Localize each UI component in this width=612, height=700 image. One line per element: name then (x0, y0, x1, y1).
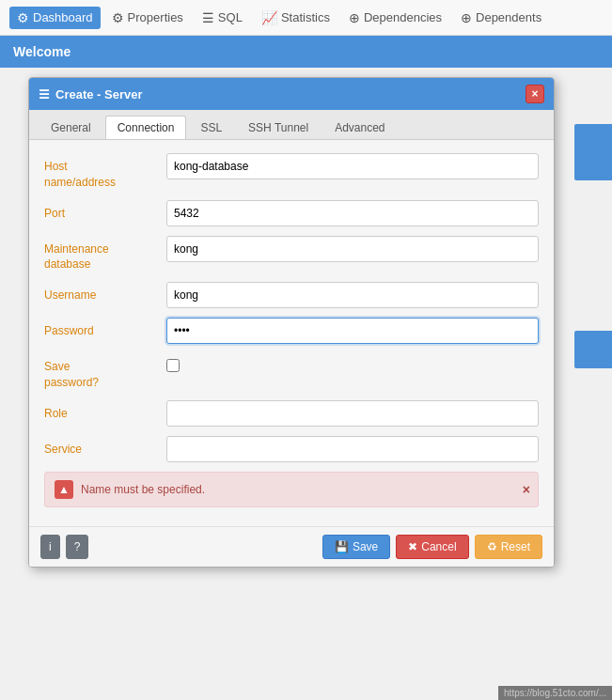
server-icon: ☰ (39, 87, 50, 101)
footer-right-buttons: 💾 Save ✖ Cancel ♻ Reset (322, 535, 542, 559)
nav-sql[interactable]: ☰ SQL (195, 7, 250, 29)
service-label: Service (44, 436, 166, 458)
cancel-icon: ✖ (408, 540, 417, 553)
url-bar: https://blog.51cto.com/... (498, 686, 612, 700)
save-password-checkbox[interactable] (166, 359, 180, 372)
port-label: Port (44, 200, 166, 222)
password-row: Password (44, 318, 539, 344)
dialog-title: ☰ Create - Server (39, 87, 143, 101)
help-button[interactable]: ? (66, 535, 89, 559)
error-icon: ▲ (55, 480, 73, 499)
username-row: Username (44, 282, 539, 308)
maintenance-db-row: Maintenancedatabase (44, 236, 539, 273)
nav-dependents[interactable]: ⊕ Dependents (453, 7, 549, 29)
host-row: Hostname/address (44, 153, 539, 191)
error-message: Name must be specified. (81, 483, 205, 496)
footer-left-buttons: i ? (40, 535, 88, 559)
dependents-icon: ⊕ (461, 10, 472, 25)
create-server-dialog: ☰ Create - Server × General Connection S… (28, 77, 555, 568)
tab-general[interactable]: General (39, 116, 103, 139)
dialog-footer: i ? 💾 Save ✖ Cancel ♻ Reset (29, 526, 554, 567)
dialog-titlebar: ☰ Create - Server × (29, 78, 554, 110)
save-icon: 💾 (335, 540, 349, 553)
tab-ssh-tunnel[interactable]: SSH Tunnel (236, 116, 321, 139)
maintenance-db-input[interactable] (166, 236, 539, 262)
reset-button[interactable]: ♻ Reset (475, 535, 542, 559)
password-label: Password (44, 318, 166, 339)
top-nav: ⚙ Dashboard ⚙ Properties ☰ SQL 📈 Statist… (0, 0, 612, 36)
info-button[interactable]: i (40, 535, 60, 559)
dashboard-icon: ⚙ (17, 10, 29, 25)
reset-icon: ♻ (487, 540, 497, 553)
nav-properties[interactable]: ⚙ Properties (104, 7, 191, 29)
tab-advanced[interactable]: Advanced (322, 116, 397, 139)
side-accent-bar-2 (574, 331, 612, 368)
dialog-form-body: Hostname/address Port Maintenancedatabas… (29, 140, 554, 526)
properties-icon: ⚙ (112, 10, 124, 25)
nav-statistics[interactable]: 📈 Statistics (254, 7, 337, 29)
sql-icon: ☰ (202, 10, 214, 25)
role-row: Role (44, 400, 539, 427)
port-row: Port (44, 200, 539, 226)
service-input[interactable] (166, 436, 539, 462)
dialog-close-button[interactable]: × (526, 85, 544, 103)
cancel-button[interactable]: ✖ Cancel (396, 535, 468, 559)
error-bar: ▲ Name must be specified. × (44, 472, 539, 507)
bg-content: ☰ Create - Server × General Connection S… (0, 68, 612, 700)
nav-dependencies[interactable]: ⊕ Dependencies (341, 7, 449, 29)
host-input[interactable] (166, 153, 539, 179)
maintenance-db-label: Maintenancedatabase (44, 236, 166, 273)
save-password-row: Savepassword? (44, 353, 539, 391)
error-close-button[interactable]: × (523, 482, 530, 497)
save-password-label: Savepassword? (44, 353, 166, 391)
nav-dashboard[interactable]: ⚙ Dashboard (9, 7, 101, 29)
welcome-bar: Welcome (0, 36, 612, 68)
tab-ssl[interactable]: SSL (188, 116, 234, 139)
role-input[interactable] (166, 400, 539, 427)
side-accent-bar-1 (574, 124, 612, 180)
dialog-tabs: General Connection SSL SSH Tunnel Advanc… (29, 110, 554, 140)
port-input[interactable] (166, 200, 539, 226)
service-row: Service (44, 436, 539, 462)
role-label: Role (44, 400, 166, 422)
dependencies-icon: ⊕ (349, 10, 360, 25)
host-label: Hostname/address (44, 153, 166, 191)
username-label: Username (44, 282, 166, 303)
statistics-icon: 📈 (261, 10, 277, 25)
username-input[interactable] (166, 282, 539, 308)
password-input[interactable] (166, 318, 539, 344)
tab-connection[interactable]: Connection (105, 116, 187, 139)
save-button[interactable]: 💾 Save (322, 535, 390, 559)
